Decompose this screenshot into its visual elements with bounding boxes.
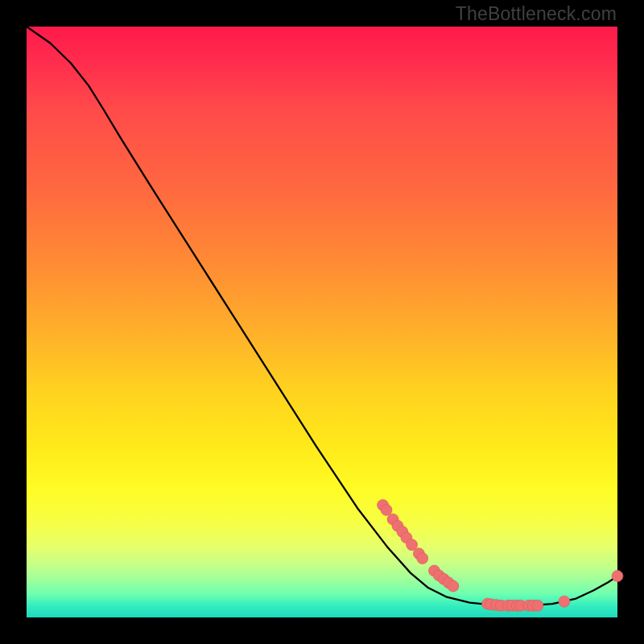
watermark-label: TheBottleneck.com <box>456 3 617 25</box>
data-dot <box>381 504 392 515</box>
chart-svg <box>27 27 617 617</box>
data-dot <box>532 600 543 611</box>
data-dot <box>559 596 570 607</box>
plot-area <box>27 27 617 617</box>
data-dot <box>612 571 623 582</box>
data-dot <box>417 553 428 564</box>
chart-frame: TheBottleneck.com <box>0 0 644 644</box>
bottleneck-curve <box>27 27 617 605</box>
data-dot <box>448 580 459 592</box>
